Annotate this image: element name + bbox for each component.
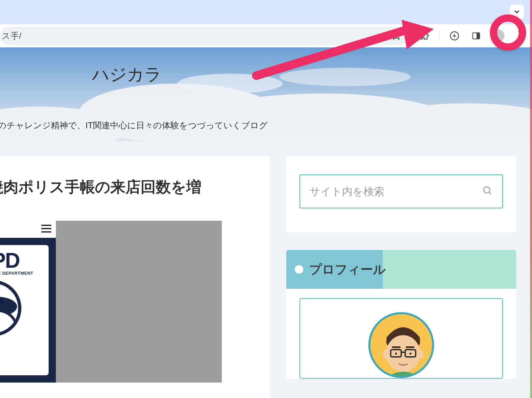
svg-rect-16	[41, 225, 51, 226]
profile-heading-bar: プロフィール	[286, 250, 516, 289]
profile-inner-box	[299, 298, 503, 379]
sidebar-profile-card: プロフィール	[286, 250, 516, 379]
svg-point-14	[177, 74, 283, 93]
bolt-circle-icon[interactable]	[448, 29, 461, 42]
site-search-input[interactable]	[310, 186, 482, 198]
article-featured-image: 会員証 KPD U KING POLICE DEPARTMENT	[0, 221, 253, 383]
article-card: って焼肉ポリス手帳の来店回数を増 会員証 KPD U KING POLICE D…	[0, 156, 270, 398]
badge-topbar: 会員証	[0, 221, 56, 238]
hamburger-icon	[41, 225, 51, 234]
svg-point-27	[417, 350, 424, 359]
svg-rect-34	[406, 346, 414, 348]
svg-point-31	[395, 353, 397, 355]
svg-marker-0	[392, 31, 401, 39]
browser-addressbar: 計時に使って焼肉ポリス手/	[0, 24, 532, 47]
page-content: って焼肉ポリス手帳の来店回数を増 会員証 KPD U KING POLICE D…	[0, 141, 532, 398]
sidepanel-icon[interactable]	[470, 29, 483, 42]
site-tagline: ら」のチャレンジ精神で、IT関連中心に日々の体験をつづっていくブログ	[0, 120, 268, 131]
sidebar: プロフィール	[286, 156, 516, 379]
search-icon[interactable]	[482, 186, 493, 197]
svg-point-26	[383, 350, 389, 359]
svg-line-23	[489, 192, 491, 194]
browser-tabstrip	[0, 0, 532, 24]
svg-point-5	[519, 35, 521, 37]
annotation-edge-tint	[530, 0, 532, 398]
tabs-dropdown-button[interactable]	[510, 5, 524, 19]
svg-point-32	[409, 353, 411, 355]
svg-point-4	[519, 31, 521, 33]
badge-logo-text: KPD	[0, 248, 45, 273]
extensions-icon[interactable]	[417, 29, 430, 42]
badge-mascot-circle	[0, 280, 21, 336]
profile-avatar	[368, 312, 434, 378]
heading-bullet-icon	[295, 265, 303, 274]
site-title[interactable]: ハジカラ	[92, 63, 162, 86]
article-title: って焼肉ポリス手帳の来店回数を増	[0, 176, 253, 198]
svg-rect-3	[476, 33, 479, 39]
featured-image-placeholder	[56, 221, 222, 383]
profile-avatar-icon[interactable]	[491, 29, 504, 42]
sidebar-search-card	[286, 156, 516, 232]
svg-rect-17	[41, 228, 51, 229]
svg-rect-33	[392, 346, 401, 348]
svg-rect-18	[41, 231, 51, 233]
toolbar-separator	[439, 31, 439, 41]
svg-point-6	[519, 39, 521, 41]
profile-heading-text: プロフィール	[309, 261, 386, 278]
browser-toolbar-icons	[417, 28, 526, 43]
badge-image-left: 会員証 KPD U KING POLICE DEPARTMENT	[0, 221, 56, 383]
omnibox-url-text: 計時に使って焼肉ポリス手/	[0, 30, 21, 42]
omnibox[interactable]: 計時に使って焼肉ポリス手/	[0, 27, 409, 45]
badge-dept-text: U KING POLICE DEPARTMENT	[0, 271, 45, 276]
svg-point-15	[279, 68, 411, 86]
svg-point-21	[0, 311, 16, 336]
bookmark-star-icon[interactable]	[391, 30, 402, 42]
svg-point-22	[484, 187, 490, 193]
chevron-down-icon	[513, 8, 520, 15]
site-hero-banner: ハジカラ ら」のチャレンジ精神で、IT関連中心に日々の体験をつづっていくブログ	[0, 47, 532, 141]
site-search-box[interactable]	[299, 174, 503, 209]
kebab-menu-button[interactable]	[513, 28, 526, 43]
more-vertical-icon	[518, 30, 521, 41]
